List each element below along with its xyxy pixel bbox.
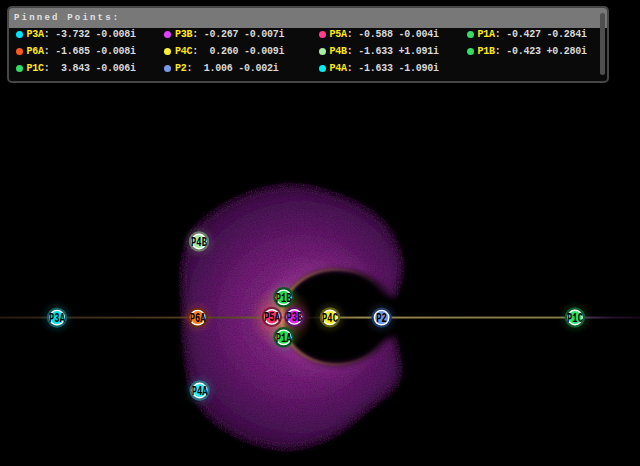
svg-text:P6A: P6A <box>190 311 206 326</box>
svg-text:P4B: P4B <box>191 235 207 250</box>
svg-text:P3A: P3A <box>49 311 65 326</box>
svg-text:P2: P2 <box>376 311 387 326</box>
svg-text:P4C: P4C <box>322 311 338 326</box>
svg-text:P5A: P5A <box>264 310 280 325</box>
svg-text:P1B: P1B <box>276 291 292 306</box>
svg-text:P4A: P4A <box>192 384 208 399</box>
svg-text:P3B: P3B <box>287 310 303 325</box>
svg-text:P1A: P1A <box>276 331 292 346</box>
svg-text:P1C: P1C <box>567 311 583 326</box>
